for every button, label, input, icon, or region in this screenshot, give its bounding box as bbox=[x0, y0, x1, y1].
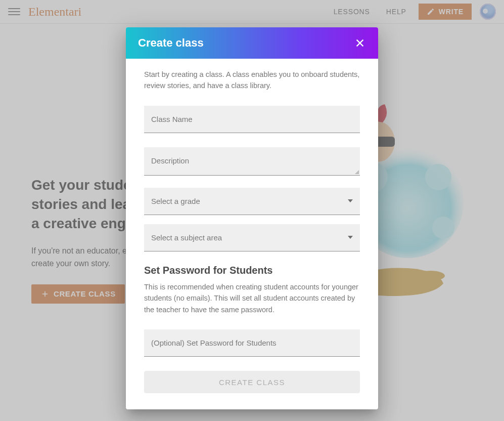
chevron-down-icon bbox=[348, 199, 353, 202]
password-section-title: Set Password for Students bbox=[144, 265, 360, 276]
grade-select-label: Select a grade bbox=[151, 197, 200, 205]
close-button[interactable] bbox=[354, 37, 366, 49]
modal-title: Create class bbox=[138, 36, 204, 50]
create-class-submit-button[interactable]: CREATE CLASS bbox=[144, 371, 360, 393]
subject-select-label: Select a subject area bbox=[151, 233, 222, 242]
password-field[interactable]: (Optional) Set Password for Students bbox=[144, 329, 360, 357]
modal-intro-text: Start by creating a class. A class enabl… bbox=[144, 69, 360, 92]
description-label: Description bbox=[151, 156, 189, 165]
class-name-label: Class Name bbox=[151, 115, 193, 123]
password-section-desc: This is recommended when creating studen… bbox=[144, 281, 360, 315]
chevron-down-icon bbox=[348, 236, 353, 239]
description-field[interactable]: Description bbox=[144, 147, 360, 176]
modal-header: Create class bbox=[126, 27, 378, 59]
create-class-modal: Create class Start by creating a class. … bbox=[126, 27, 378, 409]
class-name-field[interactable]: Class Name bbox=[144, 106, 360, 133]
close-icon bbox=[354, 37, 365, 49]
subject-select[interactable]: Select a subject area bbox=[144, 224, 360, 251]
modal-body: Start by creating a class. A class enabl… bbox=[126, 59, 378, 393]
password-label: (Optional) Set Password for Students bbox=[151, 339, 277, 347]
grade-select[interactable]: Select a grade bbox=[144, 188, 360, 215]
create-class-submit-label: CREATE CLASS bbox=[219, 378, 285, 387]
